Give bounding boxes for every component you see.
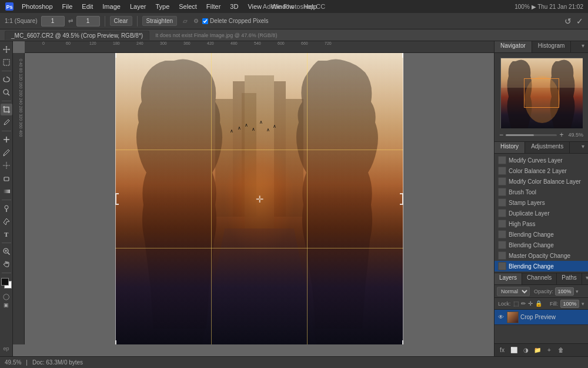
foreground-color[interactable] xyxy=(1,278,9,286)
menu-layer[interactable]: Layer xyxy=(126,2,151,11)
svg-text:T: T xyxy=(4,231,9,238)
history-collapse-btn[interactable]: ▾ xyxy=(578,142,588,153)
history-item-3[interactable]: Brush Tool xyxy=(495,187,588,197)
lock-image-icon[interactable]: ✏ xyxy=(521,300,526,307)
healing-tool[interactable] xyxy=(1,134,12,145)
nav-collapse-btn[interactable]: ▾ xyxy=(578,41,588,52)
svg-line-11 xyxy=(8,253,10,255)
paths-tab[interactable]: Paths xyxy=(557,273,582,284)
zoom-value-display: 49.5% xyxy=(568,132,583,138)
dodge-tool[interactable] xyxy=(1,203,12,214)
zoom-in-btn[interactable]: + xyxy=(559,131,563,139)
swap-icon[interactable]: ⇄ xyxy=(68,18,73,24)
delete-cropped-checkbox[interactable] xyxy=(202,18,208,24)
menu-select[interactable]: Select xyxy=(175,2,201,11)
menu-filter[interactable]: Filter xyxy=(202,2,225,11)
lasso-tool[interactable] xyxy=(1,74,12,85)
layer-visibility-btn[interactable]: 👁 xyxy=(497,313,505,321)
zoom-display[interactable]: 49.5% xyxy=(5,359,21,366)
channels-tab[interactable]: Channels xyxy=(522,273,557,284)
history-item-5[interactable]: Duplicate Layer xyxy=(495,208,588,218)
brush-tool[interactable] xyxy=(1,147,12,158)
layer-group-btn[interactable]: 📁 xyxy=(532,346,543,355)
history-tab[interactable]: History xyxy=(495,142,525,153)
move-tool[interactable] xyxy=(1,44,12,55)
history-item-10[interactable]: Blending Change xyxy=(495,261,588,271)
opacity-input[interactable] xyxy=(555,287,574,296)
menu-file[interactable]: File xyxy=(58,2,77,11)
pen-tool[interactable] xyxy=(1,216,12,227)
layer-thumbnail xyxy=(507,311,519,323)
history-item-2[interactable]: Modify Color Balance Layer xyxy=(495,176,588,187)
canvas-content[interactable]: ∧ ∧ ∧ ∧ ∧ ∧ ∧ xyxy=(25,53,494,344)
layer-adjustment-btn[interactable]: ◑ xyxy=(520,346,531,355)
layers-collapse-btn[interactable]: ▾ xyxy=(582,273,588,284)
history-item-7[interactable]: Blending Change xyxy=(495,229,588,240)
color-boxes[interactable] xyxy=(1,278,12,289)
eraser-tool[interactable] xyxy=(1,173,12,184)
layer-item-crop-preview[interactable]: 👁 Crop Preview xyxy=(495,310,588,325)
confirm-crop-btn[interactable]: ✓ xyxy=(576,16,583,26)
marquee-tool[interactable] xyxy=(1,57,12,68)
clone-tool[interactable] xyxy=(1,160,12,171)
zoom-slider-fill xyxy=(506,134,534,136)
type-tool[interactable]: T xyxy=(1,228,12,240)
navigator-preview[interactable] xyxy=(500,58,583,128)
doc-tab[interactable]: _MC_6607.CR2 @ 49.5% (Crop Preview, RGB/… xyxy=(5,31,149,40)
delete-cropped-label[interactable]: Delete Cropped Pixels xyxy=(202,18,269,24)
history-item-6[interactable]: High Pass xyxy=(495,218,588,229)
eyedropper-tool[interactable] xyxy=(1,117,12,128)
menu-type[interactable]: Type xyxy=(151,2,173,11)
cancel-crop-btn[interactable]: ↺ xyxy=(564,16,572,26)
canvas-area[interactable]: 0 60 120 180 240 300 360 420 480 540 600… xyxy=(13,41,494,356)
window-title: Adobe Photoshop CC xyxy=(263,3,325,10)
opacity-arrow[interactable]: ▾ xyxy=(576,289,579,294)
screen-mode-btn[interactable]: ▣ xyxy=(4,302,9,308)
navigator-tab[interactable]: Navigator xyxy=(495,41,532,52)
history-item-9[interactable]: Master Opacity Change xyxy=(495,250,588,261)
fill-label: Fill: xyxy=(550,301,558,307)
lock-position-icon[interactable]: ✛ xyxy=(528,300,533,307)
menu-image[interactable]: Image xyxy=(98,2,125,11)
zoom-bar: − + 49.5% xyxy=(495,128,588,141)
sep2 xyxy=(137,16,138,26)
quick-mask-btn[interactable]: ◯ xyxy=(3,293,9,300)
histogram-tab[interactable]: Histogram xyxy=(532,41,572,52)
layer-mask-btn[interactable]: ⬜ xyxy=(509,346,519,355)
zoom-out-btn[interactable]: − xyxy=(499,131,503,139)
menu-3d[interactable]: 3D xyxy=(226,2,242,11)
history-list: Modify Curves LayerColor Balance 2 Layer… xyxy=(495,154,588,273)
settings-icon[interactable]: ⚙ xyxy=(193,18,199,24)
layers-lock-bar: Lock: ⬚ ✏ ✛ 🔒 Fill: ▾ xyxy=(495,298,588,310)
quick-select-tool[interactable] xyxy=(1,87,12,98)
zoom-tool[interactable] xyxy=(1,246,12,257)
fill-arrow[interactable]: ▾ xyxy=(582,301,584,307)
straighten-btn[interactable]: Straighten xyxy=(142,16,178,26)
history-item-4[interactable]: Stamp Layers xyxy=(495,197,588,208)
history-item-8[interactable]: Blending Change xyxy=(495,240,588,250)
gradient-tool[interactable] xyxy=(1,185,12,197)
layer-delete-btn[interactable]: 🗑 xyxy=(556,346,566,355)
layers-tab[interactable]: Layers xyxy=(495,273,522,284)
layer-new-btn[interactable]: + xyxy=(544,346,554,355)
layer-fx-btn[interactable]: fx xyxy=(497,346,507,355)
fill-input[interactable] xyxy=(560,300,579,308)
crop-tool[interactable] xyxy=(1,104,12,115)
image-container[interactable]: ∧ ∧ ∧ ∧ ∧ ∧ ∧ xyxy=(115,53,403,344)
nav-preview-box[interactable] xyxy=(524,78,559,108)
history-item-0[interactable]: Modify Curves Layer xyxy=(495,155,588,165)
lock-all-icon[interactable]: 🔒 xyxy=(535,300,542,307)
ruler-ticks: // draw tick marks via inline approach -… xyxy=(25,41,494,53)
menu-photoshop[interactable]: Photoshop xyxy=(18,2,57,11)
history-item-label-7: Blending Change xyxy=(509,231,554,238)
clear-btn[interactable]: Clear xyxy=(110,16,132,26)
ratio-input-2[interactable] xyxy=(76,16,100,26)
menu-edit[interactable]: Edit xyxy=(78,2,97,11)
adjustments-tab[interactable]: Adjustments xyxy=(525,142,570,153)
hand-tool[interactable] xyxy=(1,258,12,270)
lock-transparent-icon[interactable]: ⬚ xyxy=(513,300,519,307)
ratio-input[interactable] xyxy=(41,16,65,26)
zoom-slider[interactable] xyxy=(506,134,557,136)
blend-mode-select[interactable]: Normal xyxy=(497,287,530,296)
history-item-1[interactable]: Color Balance 2 Layer xyxy=(495,165,588,176)
